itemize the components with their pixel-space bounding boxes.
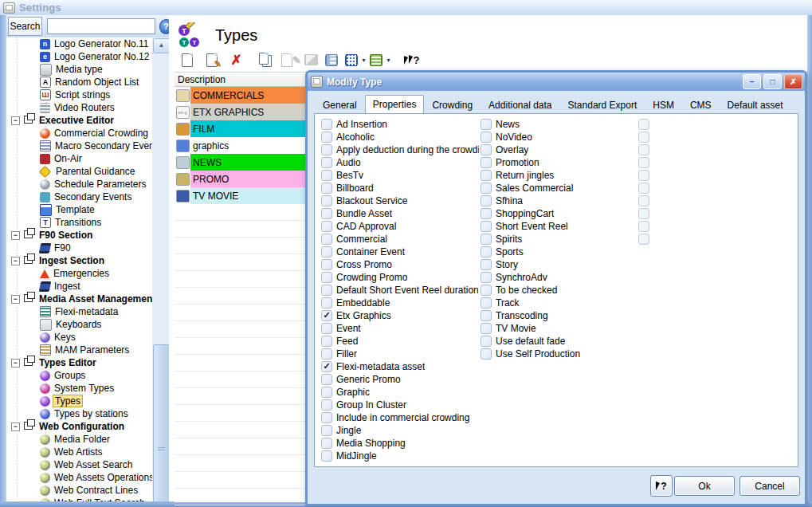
tree-item-template[interactable]: Template bbox=[6, 203, 152, 216]
ok-button[interactable]: Ok bbox=[674, 476, 735, 496]
tree-item-media-folder[interactable]: Media Folder bbox=[6, 433, 152, 446]
checkbox[interactable] bbox=[638, 119, 649, 130]
tree-item-f90-section[interactable]: −F90 Section bbox=[6, 229, 152, 242]
chevron-down-icon[interactable]: ▾ bbox=[359, 50, 368, 70]
checkbox[interactable] bbox=[638, 234, 649, 245]
checkbox[interactable] bbox=[481, 157, 492, 168]
tree-item-web-artists[interactable]: Web Artists bbox=[6, 446, 152, 458]
tree-item-web-assets-operations[interactable]: Web Assets Operations bbox=[6, 471, 152, 484]
tree-item-web-full-text-search[interactable]: Web Full Text Search bbox=[6, 497, 152, 501]
search-input[interactable] bbox=[47, 18, 155, 34]
scrollbar-thumb[interactable] bbox=[153, 344, 170, 502]
checkbox[interactable] bbox=[321, 132, 332, 143]
tree-item-media-type[interactable]: Media type bbox=[6, 63, 152, 76]
tree-item-keyboards[interactable]: Keyboards bbox=[6, 318, 152, 331]
collapse-icon[interactable]: − bbox=[11, 295, 20, 304]
tab-additional-data[interactable]: Additional data bbox=[481, 96, 559, 113]
checkbox[interactable] bbox=[481, 310, 492, 321]
checkbox[interactable] bbox=[321, 170, 332, 181]
tree-item-mam-parameters[interactable]: MAM Parameters bbox=[6, 344, 152, 356]
checkbox[interactable] bbox=[638, 144, 649, 155]
tab-hsm[interactable]: HSM bbox=[645, 96, 682, 113]
checkbox[interactable]: ✓ bbox=[321, 310, 332, 321]
checkbox[interactable] bbox=[638, 208, 649, 219]
checkbox[interactable] bbox=[321, 399, 332, 411]
tree-item-groups[interactable]: Groups bbox=[6, 369, 152, 382]
details-button[interactable] bbox=[325, 54, 338, 66]
checkbox[interactable] bbox=[321, 387, 332, 398]
checkbox[interactable] bbox=[638, 195, 649, 206]
tree-item-video-routers[interactable]: Video Routers bbox=[6, 101, 152, 114]
scroll-up-arrow-icon[interactable]: ▲ bbox=[153, 38, 170, 53]
tree-item-logo-generator-no-12[interactable]: eLogo Generator No.12 bbox=[6, 50, 152, 63]
checkbox[interactable] bbox=[481, 132, 492, 143]
checkbox[interactable] bbox=[481, 259, 492, 270]
tree-item-ingest[interactable]: Ingest bbox=[6, 280, 152, 293]
checkbox[interactable] bbox=[481, 246, 492, 257]
collapse-icon[interactable]: − bbox=[11, 422, 20, 431]
tree-item-commercial-crowding[interactable]: Commercial Crowding bbox=[6, 127, 152, 140]
tree-item-emergencies[interactable]: Emergencies bbox=[6, 267, 152, 280]
copy-type-button[interactable] bbox=[255, 49, 278, 71]
checkbox[interactable] bbox=[321, 221, 332, 232]
checkbox[interactable] bbox=[481, 183, 492, 194]
tab-properties[interactable]: Properties bbox=[365, 95, 425, 113]
tab-cms[interactable]: CMS bbox=[682, 96, 720, 113]
checkbox[interactable] bbox=[638, 170, 649, 181]
stamp-button[interactable] bbox=[280, 49, 303, 71]
tree-item-parental-guidance[interactable]: Parental Guidance bbox=[6, 165, 152, 178]
tree-item-types[interactable]: Types bbox=[6, 395, 152, 407]
checkbox[interactable] bbox=[321, 323, 332, 334]
new-type-button[interactable] bbox=[175, 49, 198, 71]
checkbox[interactable] bbox=[321, 450, 332, 462]
tree-item-system-types[interactable]: System Types bbox=[6, 382, 152, 395]
edit-type-button[interactable] bbox=[200, 49, 223, 71]
checkbox[interactable] bbox=[638, 132, 649, 143]
tree-scrollbar[interactable]: ▲ bbox=[152, 37, 169, 501]
checkbox[interactable] bbox=[321, 119, 332, 130]
context-help-button[interactable]: ? bbox=[650, 475, 673, 497]
tree-item-transitions[interactable]: TTransitions bbox=[6, 216, 152, 229]
checkbox[interactable]: ✓ bbox=[321, 361, 332, 372]
checkbox[interactable] bbox=[638, 183, 649, 194]
tab-default-asset[interactable]: Default asset bbox=[720, 96, 791, 113]
checkbox[interactable] bbox=[321, 144, 332, 155]
collapse-icon[interactable]: − bbox=[11, 116, 20, 125]
checkbox[interactable] bbox=[321, 297, 332, 309]
tree-item-flexi-metadata[interactable]: Flexi-metadata bbox=[6, 305, 152, 318]
tab-standard-export[interactable]: Standard Export bbox=[560, 96, 645, 113]
chevron-down-icon[interactable]: ▾ bbox=[384, 50, 393, 70]
checkbox[interactable] bbox=[481, 285, 492, 296]
checkbox[interactable] bbox=[321, 412, 332, 423]
checkbox[interactable] bbox=[481, 195, 492, 206]
checkbox[interactable] bbox=[321, 195, 332, 206]
dialog-titlebar[interactable]: Modify Type – □ ✗ bbox=[308, 73, 805, 91]
search-button[interactable]: Search bbox=[8, 17, 42, 36]
tree-item-web-contract-lines[interactable]: Web Contract Lines bbox=[6, 484, 152, 497]
checkbox[interactable] bbox=[321, 438, 332, 449]
tree-item-random-object-list[interactable]: ARandom Object List bbox=[6, 76, 152, 88]
tree-item-types-by-stations[interactable]: Types by stations bbox=[6, 407, 152, 420]
tree-item-schedule-parameters[interactable]: Schedule Parameters bbox=[6, 178, 152, 191]
tree-item-executive-editor[interactable]: −Executive Editor bbox=[6, 114, 152, 127]
checkbox[interactable] bbox=[321, 272, 332, 283]
checkbox[interactable] bbox=[321, 374, 332, 385]
checkbox[interactable] bbox=[321, 183, 332, 194]
checkbox[interactable] bbox=[321, 336, 332, 347]
tree-item-web-asset-search[interactable]: Web Asset Search bbox=[6, 458, 152, 471]
checkbox[interactable] bbox=[321, 234, 332, 245]
checkbox[interactable] bbox=[321, 208, 332, 219]
checkbox[interactable] bbox=[321, 348, 332, 360]
tree-item-on-air[interactable]: On-Air bbox=[6, 152, 152, 165]
window-titlebar[interactable]: Settings bbox=[0, 0, 812, 16]
checkbox[interactable] bbox=[481, 297, 492, 309]
close-button[interactable]: ✗ bbox=[784, 74, 802, 89]
checkbox[interactable] bbox=[481, 272, 492, 283]
tree-item-keys[interactable]: Keys bbox=[6, 331, 152, 344]
checkbox[interactable] bbox=[321, 157, 332, 168]
collapse-icon[interactable]: − bbox=[11, 257, 20, 265]
checkbox[interactable] bbox=[321, 246, 332, 257]
checkbox[interactable] bbox=[321, 259, 332, 270]
checkbox[interactable] bbox=[481, 144, 492, 155]
tree-item-web-configuration[interactable]: −Web Configuration bbox=[6, 420, 152, 433]
